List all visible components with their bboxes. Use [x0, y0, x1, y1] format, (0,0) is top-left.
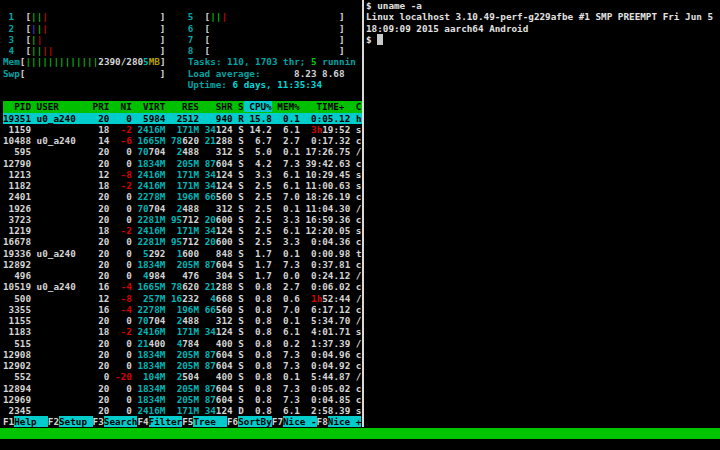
process-row-19336[interactable]: 19336 u0_a240 20 0 5292 1600 848 S 1.7 0… [3, 248, 362, 259]
fkey-f1-help[interactable]: Help [14, 416, 48, 427]
fkey-f8-nice[interactable]: Nice + [328, 416, 362, 427]
process-row-515[interactable]: 515 20 0 21400 4784 400 S 0.8 0.2 1:37.3… [3, 338, 362, 349]
process-row-10488[interactable]: 10488 u0_a240 14 -6 1665M 78620 21288 S … [3, 135, 362, 146]
blank-line [3, 0, 362, 11]
process-row-500[interactable]: 500 12 -8 257M 16232 4668 S 0.8 0.6 1h52… [3, 293, 362, 304]
tmux-window-item[interactable]: [0] 0:bash* [3, 439, 65, 450]
process-row-12902[interactable]: 12902 20 0 1834M 205M 87604 S 0.8 7.3 0:… [3, 360, 362, 371]
process-row-19351[interactable]: 19351 u0_a240 20 0 5984 2512 940 R 15.8 … [3, 113, 362, 124]
process-row-10519[interactable]: 10519 u0_a240 16 -4 1665M 78620 21288 S … [3, 281, 362, 292]
shell-line-0: $ uname -a [366, 0, 720, 11]
process-row-1155[interactable]: 1155 20 0 70704 2488 312 S 0.8 0.1 5:34.… [3, 315, 362, 326]
shell-pane[interactable]: $ uname -aLinux localhost 3.10.49-perf-g… [366, 0, 720, 428]
process-row-1183[interactable]: 1183 18 -2 2416M 171M 34124 S 0.8 6.1 4:… [3, 326, 362, 337]
shell-prompt-line[interactable]: $ [366, 34, 720, 45]
process-row-1159[interactable]: 1159 18 -2 2416M 171M 34124 S 14.2 6.1 3… [3, 124, 362, 135]
cpu-meter-row-1-5: 1 [||| ] 5 [||| ] [3, 11, 362, 22]
process-row-552[interactable]: 552 0 -20 104M 2504 400 S 0.8 0.1 5:44.8… [3, 371, 362, 382]
process-table-header[interactable]: PID USER PRI NI VIRT RES SHR S CPU% MEM%… [3, 101, 362, 112]
process-row-3355[interactable]: 3355 16 -4 2278M 196M 66560 S 0.8 7.0 6:… [3, 304, 362, 315]
process-row-3723[interactable]: 3723 20 0 2281M 95712 20600 S 2.5 3.3 16… [3, 214, 362, 225]
process-row-2345[interactable]: 2345 20 0 2416M 171M 34124 D 0.8 6.1 2:5… [3, 405, 362, 416]
tmux-status-bar: [0] 0:bash* "localhost" 01:17 07-Jul-15 [0, 428, 720, 439]
process-row-12908[interactable]: 12908 20 0 1834M 205M 87604 S 0.8 7.3 0:… [3, 349, 362, 360]
terminal-screen: 1 [||| ] 5 [||| ] 2 [||| ] 6 [ ] 3 [|| ]… [0, 0, 720, 450]
cpu-meter-row-3-7: 3 [|| ] 7 [ ] [3, 34, 362, 45]
process-row-12969[interactable]: 12969 20 0 1834M 205M 87604 S 0.8 7.3 0:… [3, 394, 362, 405]
process-row-2401[interactable]: 2401 20 0 2278M 196M 66560 S 2.5 7.0 18:… [3, 191, 362, 202]
process-row-1926[interactable]: 1926 20 0 70704 2488 312 S 2.5 0.1 11:04… [3, 203, 362, 214]
process-row-595[interactable]: 595 20 0 70704 2488 312 S 5.0 0.1 17:26.… [3, 146, 362, 157]
process-row-496[interactable]: 496 20 0 4984 476 304 S 1.7 0.0 0:24.12 … [3, 270, 362, 281]
uptime-line: Uptime: 6 days, 11:35:34 [3, 79, 362, 90]
fkey-f2-setup[interactable]: Setup [59, 416, 93, 427]
tmux-pane-border[interactable] [362, 0, 364, 427]
process-row-16678[interactable]: 16678 20 0 2281M 95712 20600 S 2.5 3.3 0… [3, 236, 362, 247]
process-row-1219[interactable]: 1219 18 -2 2416M 171M 34124 S 2.5 6.1 12… [3, 225, 362, 236]
htop-function-key-bar[interactable]: F1Help F2Setup F3SearchF4FilterF5Tree F6… [3, 416, 362, 427]
fkey-f6-sortby[interactable]: SortBy [238, 416, 272, 427]
process-row-1213[interactable]: 1213 12 -8 2416M 171M 34124 S 3.3 6.1 10… [3, 169, 362, 180]
fkey-f7-nice[interactable]: Nice - [283, 416, 317, 427]
htop-pane[interactable]: 1 [||| ] 5 [||| ] 2 [||| ] 6 [ ] 3 [|| ]… [0, 0, 362, 428]
fkey-f3-search[interactable]: Search [104, 416, 138, 427]
memory-meter-and-tasks: Mem[|||||||||||||2390/2805MB] Tasks: 110… [3, 56, 362, 67]
cursor [377, 34, 383, 45]
process-row-1182[interactable]: 1182 18 -2 2416M 171M 34124 S 2.5 6.1 11… [3, 180, 362, 191]
fkey-f4-filter[interactable]: Filter [149, 416, 183, 427]
process-row-12894[interactable]: 12894 20 0 1834M 205M 87604 S 0.8 7.3 0:… [3, 383, 362, 394]
shell-line-1: Linux localhost 3.10.49-perf-g229afbe #1… [366, 11, 720, 22]
fkey-f5-tree[interactable]: Tree [193, 416, 227, 427]
shell-line-2: 18:09:09 2015 aarch64 Android [366, 23, 720, 34]
cpu-meter-row-4-8: 4 [|||| ] 8 [ ] [3, 45, 362, 56]
process-row-12790[interactable]: 12790 20 0 1834M 205M 87604 S 4.2 7.3 39… [3, 158, 362, 169]
swap-meter-and-load-average: Swp[ ] Load average: 8.23 8.68 [3, 68, 362, 79]
cpu-meter-row-2-6: 2 [||| ] 6 [ ] [3, 23, 362, 34]
process-row-12892[interactable]: 12892 20 0 1834M 205M 87604 S 1.7 7.3 0:… [3, 259, 362, 270]
blank-line [3, 90, 362, 101]
